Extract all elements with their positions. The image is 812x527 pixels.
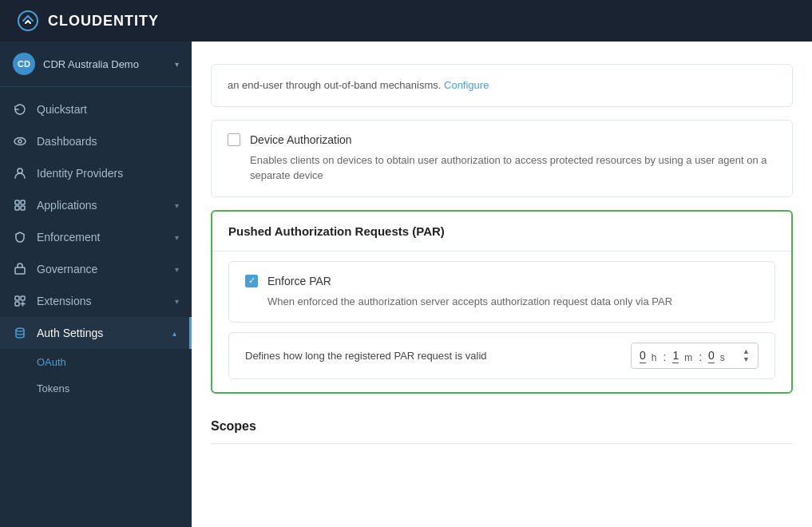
- puzzle-icon: [13, 294, 27, 308]
- seconds-segment: 0: [708, 349, 715, 363]
- hours-segment: 0: [640, 349, 646, 363]
- spinner-up-icon[interactable]: ▲: [743, 348, 750, 355]
- minutes-value: 1: [672, 349, 679, 363]
- scopes-title: Scopes: [211, 419, 793, 444]
- device-auth-card: Device Authorization Enables clients on …: [211, 120, 793, 197]
- sidebar-item-governance[interactable]: Governance ▾: [0, 253, 192, 285]
- sidebar-item-auth-settings[interactable]: Auth Settings ▴: [0, 317, 192, 349]
- person-icon: [13, 166, 27, 180]
- device-auth-checkbox[interactable]: [228, 133, 240, 146]
- seconds-value: 0: [708, 349, 715, 363]
- minutes-unit: m: [684, 352, 692, 363]
- sidebar: CD CDR Australia Demo ▾ Quickstart Dashb…: [0, 42, 192, 527]
- sidebar-item-enforcement-label: Enforcement: [37, 231, 165, 244]
- enforce-par-description: When enforced the authorization server a…: [245, 294, 759, 310]
- svg-rect-9: [15, 296, 19, 300]
- svg-rect-11: [15, 302, 19, 306]
- hours-sep: :: [663, 349, 666, 363]
- spinner-down-icon[interactable]: ▼: [743, 356, 750, 363]
- device-auth-header: Device Authorization: [228, 133, 776, 146]
- hours-unit: h: [652, 352, 657, 363]
- sidebar-nav: Quickstart Dashboards Identity Providers…: [0, 87, 192, 527]
- partial-top-text: an end-user through out-of-band mechanis…: [228, 77, 776, 93]
- par-section-title: Pushed Authorization Requests (PAR): [212, 212, 791, 252]
- svg-rect-5: [21, 200, 25, 204]
- grid-icon: [13, 198, 27, 212]
- sidebar-item-extensions[interactable]: Extensions ▾: [0, 285, 192, 317]
- minutes-segment: 1: [672, 349, 679, 363]
- par-section: Pushed Authorization Requests (PAR) ✓ En…: [211, 210, 793, 394]
- cloudentity-logo-icon: [16, 9, 40, 33]
- enforce-par-card: ✓ Enforce PAR When enforced the authoriz…: [228, 261, 775, 323]
- applications-chevron-icon: ▾: [175, 201, 179, 210]
- logo-text: CLOUDENTITY: [48, 13, 159, 30]
- duration-row: Defines how long the registered PAR requ…: [228, 332, 775, 379]
- svg-rect-6: [15, 206, 19, 210]
- workspace-avatar: CD: [13, 53, 35, 75]
- hours-value: 0: [640, 349, 646, 363]
- configure-link[interactable]: Configure: [444, 79, 489, 91]
- eye-icon: [13, 134, 27, 149]
- workspace-name: CDR Australia Demo: [43, 58, 175, 70]
- sidebar-item-identity-providers[interactable]: Identity Providers: [0, 157, 192, 189]
- svg-rect-8: [15, 267, 25, 274]
- sidebar-item-enforcement[interactable]: Enforcement ▾: [0, 221, 192, 253]
- shield-icon: [13, 230, 27, 244]
- enforce-par-title: Enforce PAR: [267, 275, 331, 287]
- enforce-par-header: ✓ Enforce PAR: [245, 275, 759, 287]
- par-section-body: ✓ Enforce PAR When enforced the authoriz…: [212, 252, 791, 393]
- governance-icon: [13, 262, 27, 276]
- sidebar-item-governance-label: Governance: [37, 263, 165, 275]
- sidebar-item-dashboards[interactable]: Dashboards: [0, 125, 192, 157]
- svg-rect-4: [15, 200, 19, 204]
- sidebar-item-quickstart[interactable]: Quickstart: [0, 93, 192, 125]
- duration-value: 0 h : 1 m : 0: [640, 349, 725, 363]
- sidebar-sub-item-oauth[interactable]: OAuth: [0, 349, 192, 375]
- sidebar-item-dashboards-label: Dashboards: [37, 135, 179, 148]
- seconds-unit: s: [720, 352, 725, 363]
- device-auth-description: Enables clients on devices to obtain use…: [228, 153, 776, 184]
- duration-input[interactable]: 0 h : 1 m : 0: [631, 343, 759, 369]
- duration-label: Defines how long the registered PAR requ…: [245, 350, 487, 362]
- auth-settings-chevron-icon: ▴: [172, 329, 176, 338]
- governance-chevron-icon: ▾: [175, 265, 179, 274]
- workspace-chevron-icon: ▾: [175, 60, 179, 69]
- sidebar-item-applications[interactable]: Applications ▾: [0, 189, 192, 221]
- svg-rect-10: [21, 296, 25, 300]
- svg-point-1: [14, 138, 26, 145]
- svg-point-3: [18, 168, 22, 173]
- enforcement-chevron-icon: ▾: [175, 233, 179, 242]
- content-area: an end-user through out-of-band mechanis…: [192, 42, 812, 527]
- refresh-icon: [13, 102, 27, 117]
- enforce-par-checkbox[interactable]: ✓: [245, 275, 258, 287]
- duration-spinner[interactable]: ▲ ▼: [743, 348, 750, 363]
- logo: CLOUDENTITY: [16, 9, 159, 33]
- scopes-section: Scopes: [211, 406, 793, 444]
- sidebar-item-extensions-label: Extensions: [37, 295, 165, 307]
- workspace-selector[interactable]: CD CDR Australia Demo ▾: [0, 42, 192, 87]
- sidebar-item-auth-settings-label: Auth Settings: [37, 327, 163, 339]
- sidebar-sub-item-tokens[interactable]: Tokens: [0, 375, 192, 402]
- sidebar-item-identity-providers-label: Identity Providers: [37, 167, 179, 180]
- sidebar-item-applications-label: Applications: [37, 199, 165, 212]
- database-icon: [13, 326, 27, 340]
- extensions-chevron-icon: ▾: [175, 297, 179, 306]
- topbar: CLOUDENTITY: [0, 0, 812, 42]
- device-auth-title: Device Authorization: [250, 133, 352, 146]
- svg-point-2: [18, 140, 22, 143]
- minutes-sep: :: [699, 349, 702, 363]
- svg-rect-7: [21, 206, 25, 210]
- partial-top-card: an end-user through out-of-band mechanis…: [211, 64, 793, 107]
- sidebar-item-quickstart-label: Quickstart: [37, 103, 179, 116]
- svg-point-12: [16, 328, 24, 331]
